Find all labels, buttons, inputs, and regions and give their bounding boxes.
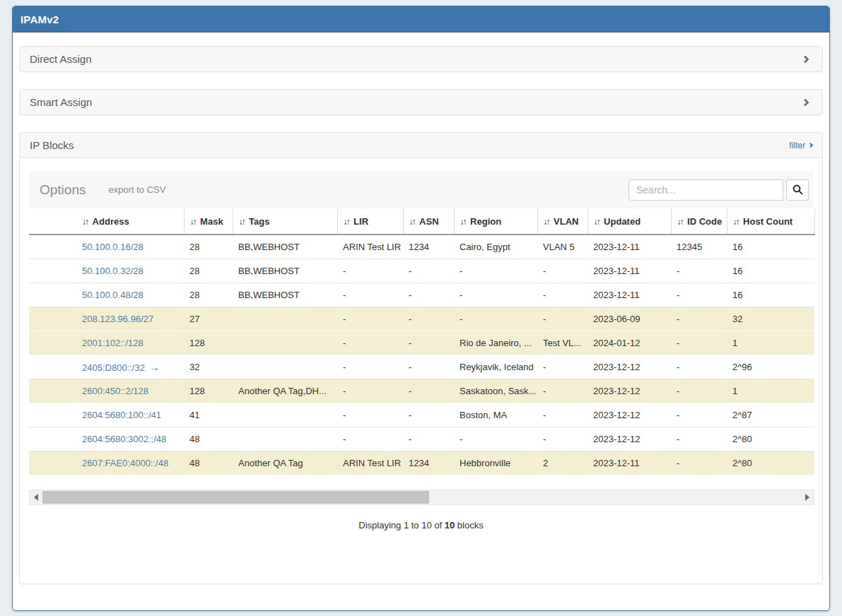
column-header-host-count[interactable]: ↓↑ Host Count — [727, 208, 814, 235]
cell-address: 208.123.96.96/27 — [76, 307, 184, 331]
scroll-left-icon — [34, 494, 38, 501]
ip-blocks-table: ↓↑ Address↓↑ Mask↓↑ Tags↓↑ LIR↓↑ ASN↓↑ R… — [29, 208, 815, 475]
cell-asn: - — [403, 259, 454, 283]
address-link[interactable]: 2600:450::2/128 — [82, 386, 148, 396]
column-header-region[interactable]: ↓↑ Region — [454, 208, 537, 235]
address-link[interactable]: 2405:D800::/32 — [82, 362, 145, 373]
scroll-left-button[interactable] — [30, 490, 42, 504]
cell-lir: - — [337, 379, 403, 403]
cell-lir: - — [337, 355, 403, 379]
cell-host-count: 16 — [727, 283, 814, 307]
cell-address: 2405:D800::/32→ — [76, 355, 184, 379]
address-link[interactable]: 2001:102::/128 — [82, 338, 144, 348]
cell-host-count: 16 — [727, 235, 814, 259]
filter-link[interactable]: filter — [789, 141, 812, 150]
chevron-right-icon — [808, 143, 813, 148]
cell-tags — [233, 427, 337, 451]
cell-updated: 2023-12-11 — [587, 235, 671, 259]
options-title: Options — [40, 182, 86, 198]
cell-asn: - — [403, 427, 454, 451]
scrollbar-thumb[interactable] — [42, 491, 429, 504]
cell-id-code: - — [671, 331, 727, 355]
column-header-updated[interactable]: ↓↑ Updated — [587, 208, 671, 235]
address-link[interactable]: 2604:5680:100::/41 — [82, 410, 161, 420]
cell-address: 2600:450::2/128 — [76, 379, 184, 403]
table-header-row: ↓↑ Address↓↑ Mask↓↑ Tags↓↑ LIR↓↑ ASN↓↑ R… — [29, 208, 814, 235]
column-header-lir[interactable]: ↓↑ LIR — [337, 208, 403, 235]
search-input[interactable] — [628, 179, 783, 201]
filter-link-label: filter — [789, 141, 805, 150]
sort-icon: ↓↑ — [344, 217, 349, 227]
table-row: 2600:450::2/128128Another QA Tag,DH...--… — [29, 379, 814, 403]
cell-id-code: - — [671, 283, 727, 307]
cell-address: 50.100.0.48/28 — [76, 283, 184, 307]
cell-mask: 128 — [184, 331, 233, 355]
cell-lir: - — [337, 403, 403, 427]
address-link[interactable]: 50.100.0.32/28 — [82, 266, 144, 276]
horizontal-scrollbar[interactable] — [29, 490, 814, 505]
scroll-right-button[interactable] — [801, 490, 814, 504]
cell-region: - — [454, 283, 537, 307]
cell-asn: - — [403, 307, 454, 331]
chevron-right-icon — [801, 55, 809, 63]
smart-assign-label: Smart Assign — [30, 96, 92, 108]
summary-total: 10 — [445, 520, 455, 531]
scrollbar-track[interactable] — [42, 490, 801, 504]
cell-asn: - — [403, 283, 454, 307]
row-expand-cell — [29, 355, 76, 379]
address-link[interactable]: 50.100.0.48/28 — [82, 290, 144, 300]
table-body: 50.100.0.16/2828BB,WEBHOSTARIN Test LIR1… — [29, 235, 814, 475]
address-link[interactable]: 50.100.0.16/28 — [82, 242, 144, 252]
cell-mask: 48 — [184, 451, 233, 475]
address-link[interactable]: 208.123.96.96/27 — [82, 314, 153, 324]
panel-smart-assign[interactable]: Smart Assign — [19, 89, 823, 115]
column-header-asn[interactable]: ↓↑ ASN — [403, 208, 454, 235]
ip-blocks-title: IP Blocks — [30, 139, 74, 151]
export-csv-link[interactable]: export to CSV — [108, 184, 165, 195]
cell-updated: 2023-06-09 — [587, 307, 671, 331]
cell-tags: Another QA Tag,DH... — [233, 379, 337, 403]
column-header-mask[interactable]: ↓↑ Mask — [184, 208, 233, 235]
panel-ip-blocks: IP Blocks filter Options export to CSV — [19, 132, 823, 584]
cell-id-code: - — [671, 427, 727, 451]
cell-host-count: 1 — [727, 379, 814, 403]
table-row: 2607:FAE0:4000::/4848Another QA TagARIN … — [29, 451, 814, 475]
page-body: Direct Assign Smart Assign IP Blocks fil… — [13, 32, 829, 598]
sort-icon: ↓↑ — [594, 217, 600, 227]
cell-asn: 1234 — [403, 451, 454, 475]
sort-icon: ↓↑ — [190, 217, 196, 227]
column-header-id-code[interactable]: ↓↑ ID Code — [671, 208, 727, 235]
column-header-vlan[interactable]: ↓↑ VLAN — [537, 208, 587, 235]
cell-id-code: - — [671, 307, 727, 331]
search-icon — [793, 184, 803, 195]
address-link[interactable]: 2604:5680:3002::/48 — [82, 434, 166, 444]
table-row: 50.100.0.32/2828BB,WEBHOST----2023-12-11… — [29, 259, 814, 283]
table-row: 2604:5680:3002::/4848----2023-12-12-2^80 — [29, 427, 814, 451]
column-header-expand — [29, 208, 76, 235]
cell-tags: BB,WEBHOST — [233, 235, 337, 259]
cell-region: Cairo, Egypt — [454, 235, 537, 259]
cell-lir: ARIN Test LIR — [337, 235, 403, 259]
cell-lir: ARIN Test LIR — [337, 451, 403, 475]
column-header-address[interactable]: ↓↑ Address — [76, 208, 184, 235]
cell-region: Boston, MA — [454, 403, 537, 427]
row-expand-cell — [29, 331, 76, 355]
cell-region: - — [454, 427, 537, 451]
cell-tags — [233, 307, 337, 331]
summary-suffix: blocks — [457, 520, 484, 531]
column-header-tags[interactable]: ↓↑ Tags — [233, 208, 337, 235]
cell-updated: 2023-12-12 — [587, 403, 671, 427]
ip-blocks-body: Options export to CSV — [20, 158, 822, 531]
cell-host-count: 2^87 — [727, 403, 814, 427]
cell-tags: BB,WEBHOST — [233, 283, 337, 307]
cell-vlan: Test VL... — [537, 331, 587, 355]
address-link[interactable]: 2607:FAE0:4000::/48 — [82, 458, 168, 468]
cell-asn: 1234 — [403, 235, 454, 259]
app-header: IPAMv2 — [13, 6, 829, 32]
options-bar: Options export to CSV — [29, 171, 813, 208]
search-button[interactable] — [786, 179, 809, 201]
cell-tags — [233, 355, 337, 379]
sort-icon: ↓↑ — [82, 217, 88, 227]
cell-region: Reykjavik, Iceland — [454, 355, 537, 379]
panel-direct-assign[interactable]: Direct Assign — [19, 46, 823, 72]
